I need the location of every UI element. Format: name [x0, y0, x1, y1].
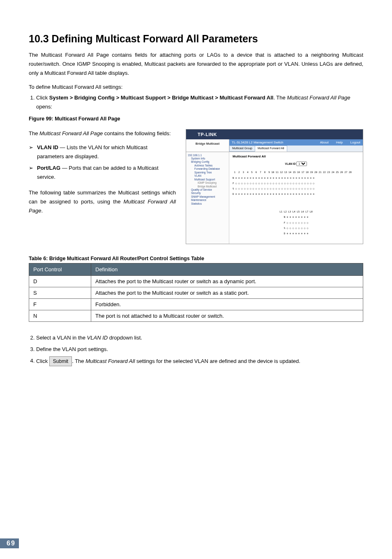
- tree-ip[interactable]: 192.168.1.1: [188, 154, 227, 157]
- step-3: Define the VLAN port settings.: [36, 345, 363, 354]
- tree-bridging-config[interactable]: Bridging Config: [188, 160, 227, 164]
- link-help[interactable]: Help: [336, 141, 343, 144]
- section-heading: 10.3 Defining Multicast Forward All Para…: [29, 33, 363, 45]
- step-1: Click System > Bridging Config > Multica…: [36, 93, 363, 111]
- step1-post: . The: [273, 95, 287, 101]
- brand-logo: TP-LINK: [198, 132, 217, 137]
- ss-device-title: TL-SL3428 L2 Management Switch: [232, 141, 283, 144]
- ss-nav-tree[interactable]: 192.168.1.1 System Info Bridging Config …: [186, 152, 229, 244]
- link-logout[interactable]: Logout: [350, 141, 360, 144]
- port-row-f[interactable]: F ○ ○ ○ ○ ○ ○ ○ ○ ○ ○ ○ ○ ○ ○ ○ ○ ○ ○ ○ …: [233, 182, 360, 185]
- vlan-id-select[interactable]: 1: [296, 162, 307, 166]
- tree-address-tables[interactable]: Address Tables: [188, 164, 227, 167]
- cell-def: Attaches the port to the Multicast route…: [91, 287, 363, 298]
- cell-def: The port is not attached to a Multicast …: [91, 310, 363, 321]
- steps-list-bottom: Select a VLAN in the VLAN ID dropdown li…: [29, 333, 363, 367]
- cell-code: D: [29, 275, 91, 287]
- lag-grid[interactable]: L1 L2 L3 L4 L5 L6 L7 L8 N ⊙ ⊙ ⊙ ⊙ ⊙ ⊙ ⊙ …: [233, 208, 360, 240]
- table-row: F Forbidden.: [29, 298, 363, 310]
- lag-header-row: L1 L2 L3 L4 L5 L6 L7 L8: [233, 210, 360, 213]
- fields-intro: The Multicast Forward All Page contains …: [29, 129, 176, 138]
- step-4: Click Submit. The Multicast Forward All …: [36, 356, 363, 366]
- tree-igmp-snooping[interactable]: IGMP Snooping: [188, 181, 227, 185]
- figure-caption: Figure 99: Multicast Forward All Page: [29, 116, 363, 122]
- step1-italic: Multicast Forward All Page: [287, 95, 350, 101]
- right-column: TP-LINK Bridge Multicast TL-SL3428 L2 Ma…: [186, 129, 363, 244]
- vlan-id-row: VLAN ID 1: [233, 162, 360, 166]
- step1-pre: Click: [36, 95, 49, 101]
- settings-table: Port Control Definition D Attaches the p…: [29, 263, 363, 322]
- ss-nav-head: Bridge Multicast: [186, 139, 229, 152]
- lag-row-d[interactable]: D ⊙ ⊙ ⊙ ⊙ ⊙ ⊙ ⊙ ⊙: [233, 232, 360, 235]
- cell-def: Forbidden.: [91, 298, 363, 310]
- tree-multicast-support[interactable]: Multicast Support: [188, 178, 227, 181]
- tree-spanning-tree[interactable]: Spanning Tree: [188, 171, 227, 174]
- table-row: S Attaches the port to the Multicast rou…: [29, 287, 363, 298]
- two-column-row: The Multicast Forward All Page contains …: [29, 129, 363, 244]
- ss-main-heading: Multicast Forward All: [233, 155, 360, 158]
- bullet2-bold: Port/LAG: [37, 165, 60, 171]
- cell-code: F: [29, 298, 91, 310]
- tree-maintenance[interactable]: Maintenance: [188, 199, 227, 202]
- to-define-line: To define Multicast Forward All settings…: [29, 83, 363, 92]
- cell-def: Attaches the port to the Multicast route…: [91, 275, 363, 287]
- step4-post: settings for the selected VLAN are defin…: [135, 358, 300, 364]
- tree-statistics[interactable]: Statistics: [188, 202, 227, 206]
- tree-system-info[interactable]: System Info: [188, 157, 227, 160]
- vlan-id-label: VLAN ID: [285, 162, 296, 165]
- step2-post: dropdown list.: [108, 335, 142, 341]
- page-number: 69: [0, 538, 19, 548]
- cell-code: N: [29, 310, 91, 321]
- fields-intro-post: contains the following fields:: [103, 130, 171, 136]
- ss-body: 192.168.1.1 System Info Bridging Config …: [186, 152, 363, 244]
- step4-pre: Click: [36, 358, 49, 364]
- th-definition: Definition: [91, 263, 363, 275]
- ss-brand-bar: TP-LINK: [186, 129, 363, 139]
- steps-list-top: Click System > Bridging Config > Multica…: [29, 93, 363, 111]
- port-grid[interactable]: 1 2 3 4 5 6 7 8 9 10 11 12 13 14 15 16 1…: [233, 169, 360, 201]
- field-bullets: VLAN ID — Lists the VLAN for which Multi…: [29, 143, 176, 182]
- ss-header-links: About Help Logout: [314, 141, 360, 144]
- table-row: N The port is not attached to a Multicas…: [29, 310, 363, 321]
- lag-row-s[interactable]: S ○ ○ ○ ○ ○ ○ ○ ○: [233, 227, 360, 230]
- cell-code: S: [29, 287, 91, 298]
- step2-pre: Select a VLAN in the: [36, 335, 87, 341]
- bullet-vlan-id: VLAN ID — Lists the VLAN for which Multi…: [37, 143, 176, 161]
- link-about[interactable]: About: [320, 141, 329, 144]
- tree-bridge-multicast[interactable]: Bridge Multicast: [188, 185, 227, 188]
- left-column: The Multicast Forward All Page contains …: [29, 129, 176, 221]
- tab-multicast-group[interactable]: Multicast Group: [229, 146, 255, 152]
- step4-italic: Multicast Forward All: [85, 358, 135, 364]
- fields-intro-italic: Multicast Forward All Page: [39, 130, 103, 136]
- lag-row-f[interactable]: F ○ ○ ○ ○ ○ ○ ○ ○: [233, 222, 360, 224]
- tab-multicast-forward-all[interactable]: Multicast Forward All: [255, 146, 287, 152]
- step4-mid: . The: [72, 358, 85, 364]
- tree-vlan[interactable]: VLAN: [188, 174, 227, 178]
- ss-header-row: Bridge Multicast TL-SL3428 L2 Management…: [186, 139, 363, 152]
- tree-qos[interactable]: Quality of Service: [188, 188, 227, 192]
- ss-title-area: TL-SL3428 L2 Management Switch About Hel…: [229, 139, 363, 152]
- screenshot-figure: TP-LINK Bridge Multicast TL-SL3428 L2 Ma…: [186, 129, 363, 244]
- port-row-n[interactable]: N ⊙ ⊙ ⊙ ⊙ ⊙ ⊙ ⊙ ⊙ ⊙ ⊙ ⊙ ⊙ ⊙ ⊙ ⊙ ⊙ ⊙ ⊙ ⊙ …: [233, 177, 360, 180]
- table-header-row: Port Control Definition: [29, 263, 363, 275]
- intro-paragraph: The Multicast Forward All Page contains …: [29, 51, 363, 78]
- bullet-port-lag: Port/LAG — Ports that can be added to a …: [37, 164, 176, 182]
- step-2: Select a VLAN in the VLAN ID dropdown li…: [36, 333, 363, 342]
- step1-end: opens:: [36, 104, 52, 110]
- port-header-row: 1 2 3 4 5 6 7 8 9 10 11 12 13 14 15 16 1…: [233, 171, 360, 174]
- summary-end: .: [41, 208, 43, 214]
- port-row-s[interactable]: S ○ ○ ○ ○ ○ ○ ○ ○ ○ ○ ○ ○ ○ ○ ○ ○ ○ ○ ○ …: [233, 187, 360, 190]
- ss-title-bar: TL-SL3428 L2 Management Switch About Hel…: [229, 139, 363, 146]
- tree-security[interactable]: Security: [188, 192, 227, 195]
- inline-submit-button: Submit: [49, 356, 72, 366]
- tree-snmp[interactable]: SNMP Management: [188, 195, 227, 199]
- bullet1-bold: VLAN ID: [37, 144, 58, 150]
- document-page: 10.3 Defining Multicast Forward All Para…: [0, 0, 392, 559]
- summary-paragraph: The following table summarizes the Multi…: [29, 188, 176, 215]
- step1-bold: System > Bridging Config > Multicast Sup…: [49, 95, 274, 101]
- ss-tabs: Multicast Group Multicast Forward All: [229, 146, 363, 152]
- lag-row-n[interactable]: N ⊙ ⊙ ⊙ ⊙ ⊙ ⊙ ⊙ ⊙: [233, 216, 360, 219]
- th-port-control: Port Control: [29, 263, 91, 275]
- port-row-d[interactable]: D ⊙ ⊙ ⊙ ⊙ ⊙ ⊙ ⊙ ⊙ ⊙ ⊙ ⊙ ⊙ ⊙ ⊙ ⊙ ⊙ ⊙ ⊙ ⊙ …: [233, 193, 360, 196]
- tree-forwarding-db[interactable]: Forwarding Database: [188, 167, 227, 171]
